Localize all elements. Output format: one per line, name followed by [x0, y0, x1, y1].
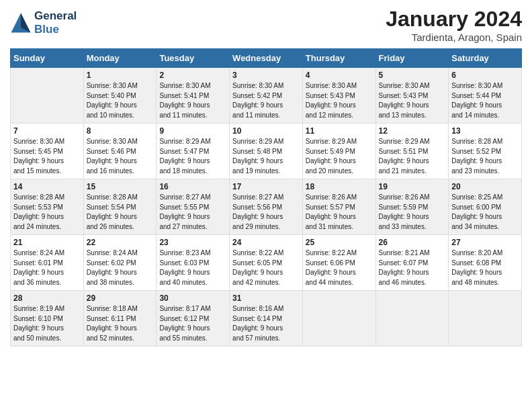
calendar-cell: 27Sunrise: 8:20 AMSunset: 6:08 PMDayligh…: [449, 235, 522, 291]
calendar-cell: 29Sunrise: 8:18 AMSunset: 6:11 PMDayligh…: [83, 291, 157, 347]
header-cell-saturday: Saturday: [449, 49, 522, 68]
title-area: January 2024 Tardienta, Aragon, Spain: [386, 7, 522, 43]
day-details: Sunrise: 8:24 AMSunset: 6:01 PMDaylight:…: [13, 248, 81, 287]
day-details: Sunrise: 8:30 AMSunset: 5:43 PMDaylight:…: [379, 81, 446, 120]
day-number: 21: [13, 238, 81, 247]
calendar-title: January 2024: [386, 7, 522, 32]
calendar-cell: 8Sunrise: 8:30 AMSunset: 5:46 PMDaylight…: [83, 124, 157, 179]
calendar-cell: 18Sunrise: 8:26 AMSunset: 5:57 PMDayligh…: [302, 179, 375, 235]
day-details: Sunrise: 8:28 AMSunset: 5:53 PMDaylight:…: [13, 193, 81, 232]
calendar-cell: 19Sunrise: 8:26 AMSunset: 5:59 PMDayligh…: [375, 179, 449, 235]
calendar-cell: 10Sunrise: 8:29 AMSunset: 5:48 PMDayligh…: [230, 124, 303, 179]
calendar-cell: 28Sunrise: 8:19 AMSunset: 6:10 PMDayligh…: [11, 291, 84, 347]
calendar-cell: 3Sunrise: 8:30 AMSunset: 5:42 PMDaylight…: [230, 68, 303, 124]
day-number: 12: [379, 126, 446, 136]
day-number: 10: [232, 126, 300, 136]
calendar-cell: 12Sunrise: 8:29 AMSunset: 5:51 PMDayligh…: [375, 124, 449, 179]
header-row: SundayMondayTuesdayWednesdayThursdayFrid…: [11, 49, 522, 68]
day-number: 1: [87, 71, 154, 80]
week-row-0: 1Sunrise: 8:30 AMSunset: 5:40 PMDaylight…: [11, 68, 522, 124]
calendar-cell: 20Sunrise: 8:25 AMSunset: 6:00 PMDayligh…: [449, 179, 522, 235]
day-details: Sunrise: 8:29 AMSunset: 5:51 PMDaylight:…: [379, 137, 446, 176]
logo-text: General Blue: [34, 9, 77, 36]
calendar-cell: 24Sunrise: 8:22 AMSunset: 6:05 PMDayligh…: [230, 235, 303, 291]
day-details: Sunrise: 8:21 AMSunset: 6:07 PMDaylight:…: [379, 248, 446, 287]
day-number: 4: [306, 71, 373, 80]
day-number: 7: [13, 126, 81, 136]
header-cell-monday: Monday: [83, 49, 157, 68]
calendar-cell: 17Sunrise: 8:27 AMSunset: 5:56 PMDayligh…: [230, 179, 303, 235]
day-number: 24: [232, 238, 300, 247]
calendar-cell: 11Sunrise: 8:29 AMSunset: 5:49 PMDayligh…: [302, 124, 375, 179]
day-number: 20: [451, 182, 519, 191]
calendar-cell: 4Sunrise: 8:30 AMSunset: 5:43 PMDaylight…: [302, 68, 375, 124]
calendar-cell: 21Sunrise: 8:24 AMSunset: 6:01 PMDayligh…: [11, 235, 84, 291]
day-details: Sunrise: 8:28 AMSunset: 5:52 PMDaylight:…: [451, 137, 519, 176]
calendar-cell: 22Sunrise: 8:24 AMSunset: 6:02 PMDayligh…: [83, 235, 157, 291]
calendar-cell: 14Sunrise: 8:28 AMSunset: 5:53 PMDayligh…: [11, 179, 84, 235]
day-details: Sunrise: 8:28 AMSunset: 5:54 PMDaylight:…: [87, 193, 154, 232]
day-number: 11: [306, 126, 373, 136]
day-number: 15: [87, 182, 154, 191]
calendar-cell: 6Sunrise: 8:30 AMSunset: 5:44 PMDaylight…: [449, 68, 522, 124]
calendar-cell: 7Sunrise: 8:30 AMSunset: 5:45 PMDaylight…: [11, 124, 84, 179]
calendar-cell: 5Sunrise: 8:30 AMSunset: 5:43 PMDaylight…: [375, 68, 449, 124]
calendar-subtitle: Tardienta, Aragon, Spain: [386, 32, 522, 43]
day-details: Sunrise: 8:29 AMSunset: 5:47 PMDaylight:…: [159, 137, 226, 176]
week-row-4: 28Sunrise: 8:19 AMSunset: 6:10 PMDayligh…: [11, 291, 522, 347]
day-number: 22: [87, 238, 154, 247]
week-row-3: 21Sunrise: 8:24 AMSunset: 6:01 PMDayligh…: [11, 235, 522, 291]
calendar-cell: 1Sunrise: 8:30 AMSunset: 5:40 PMDaylight…: [83, 68, 157, 124]
header-cell-tuesday: Tuesday: [157, 49, 230, 68]
day-number: 23: [159, 238, 226, 247]
calendar-header: SundayMondayTuesdayWednesdayThursdayFrid…: [11, 49, 522, 68]
day-number: 5: [379, 71, 446, 80]
day-number: 6: [451, 71, 519, 80]
day-number: 19: [379, 182, 446, 191]
calendar-cell: [449, 291, 522, 347]
day-details: Sunrise: 8:30 AMSunset: 5:42 PMDaylight:…: [232, 81, 300, 120]
calendar-cell: [11, 68, 84, 124]
day-details: Sunrise: 8:30 AMSunset: 5:41 PMDaylight:…: [159, 81, 226, 120]
header: General Blue January 2024 Tardienta, Ara…: [10, 7, 522, 43]
day-details: Sunrise: 8:29 AMSunset: 5:48 PMDaylight:…: [232, 137, 300, 176]
day-details: Sunrise: 8:30 AMSunset: 5:44 PMDaylight:…: [451, 81, 519, 120]
calendar-cell: 2Sunrise: 8:30 AMSunset: 5:41 PMDaylight…: [157, 68, 230, 124]
logo: General Blue: [10, 9, 77, 36]
day-details: Sunrise: 8:19 AMSunset: 6:10 PMDaylight:…: [13, 304, 81, 343]
day-number: 28: [13, 293, 81, 303]
day-details: Sunrise: 8:27 AMSunset: 5:55 PMDaylight:…: [159, 193, 226, 232]
day-number: 2: [159, 71, 226, 80]
day-details: Sunrise: 8:30 AMSunset: 5:46 PMDaylight:…: [87, 137, 154, 176]
calendar-cell: 9Sunrise: 8:29 AMSunset: 5:47 PMDaylight…: [157, 124, 230, 179]
day-details: Sunrise: 8:23 AMSunset: 6:03 PMDaylight:…: [159, 248, 226, 287]
day-number: 18: [306, 182, 373, 191]
day-details: Sunrise: 8:20 AMSunset: 6:08 PMDaylight:…: [451, 248, 519, 287]
calendar-cell: [302, 291, 375, 347]
calendar-cell: 16Sunrise: 8:27 AMSunset: 5:55 PMDayligh…: [157, 179, 230, 235]
day-number: 3: [232, 71, 300, 80]
day-details: Sunrise: 8:24 AMSunset: 6:02 PMDaylight:…: [87, 248, 154, 287]
day-number: 8: [87, 126, 154, 136]
day-number: 14: [13, 182, 81, 191]
calendar-cell: 15Sunrise: 8:28 AMSunset: 5:54 PMDayligh…: [83, 179, 157, 235]
calendar-cell: 26Sunrise: 8:21 AMSunset: 6:07 PMDayligh…: [375, 235, 449, 291]
header-cell-friday: Friday: [375, 49, 449, 68]
day-number: 30: [159, 293, 226, 303]
week-row-2: 14Sunrise: 8:28 AMSunset: 5:53 PMDayligh…: [11, 179, 522, 235]
day-details: Sunrise: 8:26 AMSunset: 5:59 PMDaylight:…: [379, 193, 446, 232]
header-cell-wednesday: Wednesday: [230, 49, 303, 68]
day-details: Sunrise: 8:18 AMSunset: 6:11 PMDaylight:…: [87, 304, 154, 343]
day-number: 17: [232, 182, 300, 191]
day-number: 29: [87, 293, 154, 303]
calendar-table: SundayMondayTuesdayWednesdayThursdayFrid…: [10, 48, 522, 347]
calendar-body: 1Sunrise: 8:30 AMSunset: 5:40 PMDaylight…: [11, 68, 522, 347]
day-details: Sunrise: 8:30 AMSunset: 5:43 PMDaylight:…: [306, 81, 373, 120]
day-details: Sunrise: 8:25 AMSunset: 6:00 PMDaylight:…: [451, 193, 519, 232]
day-details: Sunrise: 8:27 AMSunset: 5:56 PMDaylight:…: [232, 193, 300, 232]
week-row-1: 7Sunrise: 8:30 AMSunset: 5:45 PMDaylight…: [11, 124, 522, 179]
day-details: Sunrise: 8:16 AMSunset: 6:14 PMDaylight:…: [232, 304, 300, 343]
calendar-cell: 13Sunrise: 8:28 AMSunset: 5:52 PMDayligh…: [449, 124, 522, 179]
calendar-cell: 30Sunrise: 8:17 AMSunset: 6:12 PMDayligh…: [157, 291, 230, 347]
page-container: General Blue January 2024 Tardienta, Ara…: [0, 0, 532, 353]
